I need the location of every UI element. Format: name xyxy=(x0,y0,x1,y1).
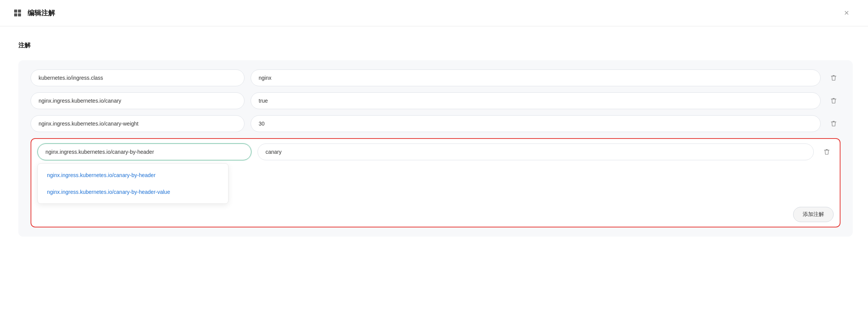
delete-button-2[interactable] xyxy=(827,94,840,108)
section-title: 注解 xyxy=(18,42,853,50)
svg-rect-2 xyxy=(14,13,17,16)
dialog-header-left: 编辑注解 xyxy=(12,8,55,18)
svg-rect-0 xyxy=(14,10,17,13)
annotation-key-input-4[interactable] xyxy=(37,143,251,160)
bottom-actions: 添加注解 xyxy=(37,204,834,222)
annotation-value-input-2[interactable] xyxy=(251,92,821,109)
dialog-header: 编辑注解 × xyxy=(0,0,868,26)
annotation-value-input-3[interactable] xyxy=(251,115,821,132)
highlighted-top xyxy=(37,143,834,160)
edit-annotations-dialog: 编辑注解 × 注解 xyxy=(0,0,868,332)
annotation-value-input-4[interactable] xyxy=(257,143,814,160)
annotation-key-input-1[interactable] xyxy=(31,69,245,86)
dropdown-item-2[interactable]: nginx.ingress.kubernetes.io/canary-by-he… xyxy=(38,184,228,200)
delete-button-4[interactable] xyxy=(820,145,834,159)
delete-button-3[interactable] xyxy=(827,117,840,131)
dialog-title: 编辑注解 xyxy=(28,8,55,18)
autocomplete-dropdown: nginx.ingress.kubernetes.io/canary-by-he… xyxy=(37,163,228,204)
annotation-key-input-2[interactable] xyxy=(31,92,245,109)
annotations-container: nginx.ingress.kubernetes.io/canary-by-he… xyxy=(18,60,853,237)
dropdown-item-1[interactable]: nginx.ingress.kubernetes.io/canary-by-he… xyxy=(38,167,228,184)
annotation-row xyxy=(31,69,840,86)
close-button[interactable]: × xyxy=(840,7,853,19)
add-annotation-button[interactable]: 添加注解 xyxy=(793,207,834,222)
annotation-row xyxy=(31,92,840,109)
dialog-body: 注解 xyxy=(0,26,868,332)
svg-rect-1 xyxy=(18,10,21,13)
annotation-row xyxy=(31,115,840,132)
highlighted-annotation-row: nginx.ingress.kubernetes.io/canary-by-he… xyxy=(31,138,840,227)
edit-icon xyxy=(12,8,23,18)
svg-rect-3 xyxy=(18,13,21,16)
highlighted-inner: nginx.ingress.kubernetes.io/canary-by-he… xyxy=(37,143,834,222)
delete-button-1[interactable] xyxy=(827,71,840,85)
annotation-value-input-1[interactable] xyxy=(251,69,821,86)
annotation-key-input-3[interactable] xyxy=(31,115,245,132)
